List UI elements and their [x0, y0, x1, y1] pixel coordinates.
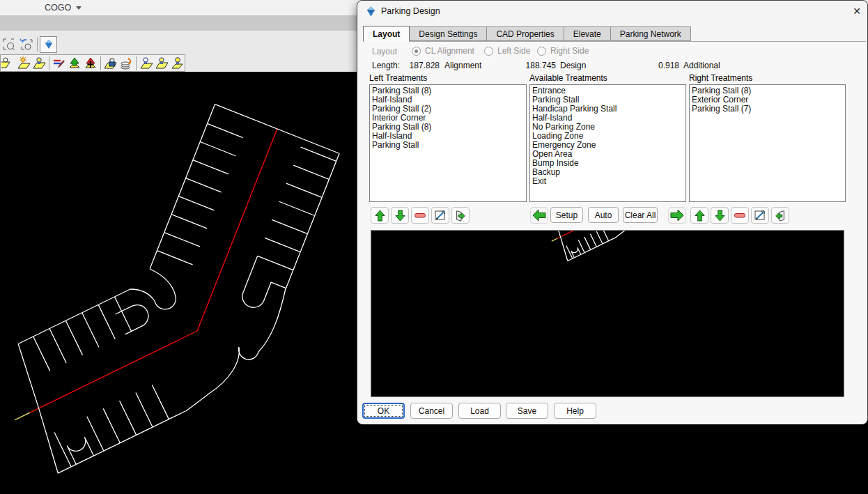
arrow-down-icon: [394, 210, 406, 222]
layer-stack-icon[interactable]: [118, 55, 134, 72]
layer-match-icon[interactable]: [52, 55, 67, 72]
dialog-body: Layout CL AlignmentLeft SideRight Side L…: [357, 42, 867, 424]
length-design-value: 188.745: [507, 61, 556, 70]
right-move-down-button[interactable]: [711, 207, 729, 224]
assign-right-button[interactable]: [668, 207, 686, 224]
layer-bulb-white-icon[interactable]: [139, 55, 154, 72]
length-design-unit: Design: [560, 61, 586, 70]
clear-all-button[interactable]: Clear All: [623, 207, 658, 223]
toolbar-row-layers: [0, 54, 185, 72]
close-icon[interactable]: ✕: [848, 3, 866, 20]
layer-bulb-yellow-icon[interactable]: [169, 55, 185, 72]
left-edit-button[interactable]: [431, 207, 449, 224]
edit-icon: [754, 209, 766, 222]
dialog-titlebar[interactable]: Parking Design ✕: [357, 1, 867, 22]
tab-strip: LayoutDesign SettingsCAD PropertiesEleva…: [363, 26, 866, 42]
auto-button[interactable]: Auto: [588, 207, 619, 223]
cad-application-window: COGO: [0, 0, 868, 494]
door-arrow-left-icon: [774, 209, 786, 222]
door-arrow-right-icon: [454, 209, 467, 222]
dialog-title: Parking Design: [381, 6, 440, 16]
right-treatments-header: Right Treatments: [689, 73, 752, 83]
radio-circle-icon: [537, 47, 546, 56]
zoom-previous-icon[interactable]: [17, 36, 35, 53]
layer-add-icon[interactable]: [83, 55, 98, 72]
ok-button[interactable]: OK: [362, 403, 405, 419]
minus-icon: [414, 209, 426, 222]
length-alignment-unit: Alignment: [444, 61, 481, 70]
layer-sun-icon[interactable]: [16, 55, 31, 72]
save-button[interactable]: Save: [506, 403, 548, 419]
radio-right-side[interactable]: Right Side: [537, 46, 589, 56]
load-button[interactable]: Load: [458, 403, 501, 419]
layer-up-icon[interactable]: [67, 55, 82, 72]
right-move-up-button[interactable]: [690, 207, 708, 224]
left-treatments-header: Left Treatments: [369, 73, 427, 83]
arrow-down-icon: [714, 210, 726, 222]
menu-cogo-label: COGO: [45, 3, 71, 13]
radio-circle-icon: [484, 47, 493, 56]
radio-label: CL Alignment: [425, 46, 474, 56]
preview-parking-lot-drawing: [371, 231, 844, 396]
radio-circle-icon: [412, 47, 421, 56]
radio-label: Right Side: [550, 46, 589, 56]
radio-label: Left Side: [497, 46, 530, 56]
left-remove-button[interactable]: [411, 207, 429, 224]
right-treatments-list[interactable]: Parking Stall (8)Exterior CornerParking …: [689, 84, 846, 202]
available-treatments-header: Available Treatments: [529, 73, 607, 83]
radio-cl-alignment[interactable]: CL Alignment: [412, 46, 474, 56]
layer-clipped-icon[interactable]: [1, 55, 16, 72]
toolbar-row-zoom: [0, 36, 57, 53]
length-additional-value: 0.918: [630, 61, 679, 70]
tab-elevate[interactable]: Elevate: [564, 26, 611, 41]
cancel-button[interactable]: Cancel: [410, 403, 453, 419]
right-edit-button[interactable]: [751, 207, 769, 224]
available-treatments-list[interactable]: EntranceParking StallHandicap Parking St…: [529, 84, 686, 202]
layout-preview-pane: [371, 230, 844, 397]
list-item[interactable]: Parking Stall (7): [692, 105, 843, 114]
tab-design-settings[interactable]: Design Settings: [410, 26, 487, 41]
left-move-down-button[interactable]: [391, 207, 409, 224]
zoom-window-icon[interactable]: [0, 36, 17, 53]
list-item[interactable]: Backup: [532, 168, 683, 177]
layer-bulb-sheet-icon[interactable]: [154, 55, 169, 72]
carlson-diamond-icon: [365, 6, 377, 17]
left-move-up-button[interactable]: [371, 207, 389, 224]
chevron-down-icon: [76, 6, 82, 10]
length-additional-unit: Additional: [683, 61, 720, 70]
list-item[interactable]: Parking Stall: [372, 141, 524, 150]
help-button[interactable]: Help: [554, 403, 596, 419]
edit-icon: [434, 209, 447, 222]
tab-layout[interactable]: Layout: [363, 26, 410, 42]
layout-row-label: Layout: [372, 47, 397, 56]
right-send-left-button[interactable]: [771, 207, 789, 224]
right-remove-button[interactable]: [731, 207, 749, 224]
arrow-up-icon: [694, 210, 706, 222]
toolbar-separator: [49, 56, 49, 70]
toolbar-separator: [100, 56, 101, 70]
list-item[interactable]: Exit: [532, 177, 683, 186]
arrow-up-icon: [374, 210, 386, 222]
layer-bulb-icon[interactable]: [31, 55, 47, 72]
layer-lock-icon[interactable]: [103, 55, 118, 72]
tab-cad-properties[interactable]: CAD Properties: [487, 26, 564, 41]
arrow-left-icon: [532, 209, 546, 222]
viewer-icon[interactable]: [40, 36, 57, 53]
toolbar-separator: [136, 56, 137, 70]
setup-button[interactable]: Setup: [550, 207, 583, 223]
arrow-right-icon: [670, 209, 684, 222]
assign-left-button[interactable]: [530, 207, 548, 224]
toolbar-separator: [37, 38, 38, 52]
parking-design-dialog: Parking Design ✕ LayoutDesign SettingsCA…: [357, 0, 868, 424]
length-alignment-value: 187.828: [391, 61, 440, 70]
minus-icon: [734, 209, 746, 222]
menu-cogo[interactable]: COGO: [45, 0, 82, 15]
radio-left-side[interactable]: Left Side: [484, 46, 530, 56]
tab-parking-network[interactable]: Parking Network: [611, 26, 691, 41]
left-send-right-button[interactable]: [451, 207, 470, 224]
left-treatments-list[interactable]: Parking Stall (8)Half-IslandParking Stal…: [369, 84, 527, 202]
